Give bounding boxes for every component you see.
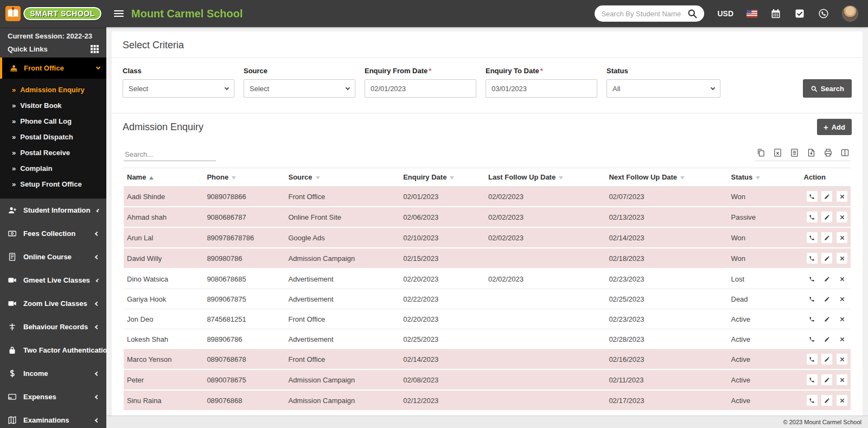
follow-up-phone-button[interactable] (807, 232, 818, 243)
student-search-input[interactable] (601, 10, 687, 18)
user-avatar[interactable] (842, 5, 858, 22)
class-select[interactable]: Select (123, 79, 234, 98)
column-visibility-icon[interactable] (840, 148, 850, 157)
sidebar-item-online-course[interactable]: Online Course (0, 245, 106, 269)
todo-check-icon[interactable] (794, 8, 805, 19)
table-row[interactable]: Ahmad shah 9080686787 Online Front Site … (124, 207, 851, 227)
table-row[interactable]: Dino Watsica 9080678685 Advertisement 02… (124, 269, 851, 289)
search-button[interactable]: Search (803, 79, 852, 98)
follow-up-phone-button[interactable] (807, 374, 818, 385)
menu-toggle-icon[interactable] (114, 9, 124, 18)
follow-up-phone-button[interactable] (807, 334, 818, 344)
delete-button[interactable] (837, 293, 847, 304)
to-date-input[interactable] (486, 79, 597, 98)
follow-up-phone-button[interactable] (807, 354, 818, 365)
follow-up-phone-button[interactable] (807, 253, 818, 264)
follow-up-phone-button[interactable] (807, 273, 818, 284)
source-select[interactable]: Select (244, 79, 355, 98)
sidebar-item-fees-collection[interactable]: Fees Collection (0, 222, 106, 245)
table-row[interactable]: Jon Deo 8745681251 Front Office 02/20/20… (124, 309, 851, 329)
col-next-follow-up[interactable]: Next Follow Up Date (605, 168, 727, 187)
sidebar-item-examinations[interactable]: Examinations (0, 408, 106, 428)
follow-up-phone-button[interactable] (807, 191, 818, 202)
search-icon[interactable] (687, 8, 698, 19)
edit-button[interactable] (821, 273, 832, 284)
sidebar-item-setup-front-office[interactable]: » Setup Front Office (0, 176, 106, 192)
sidebar-item-postal-dispatch[interactable]: » Postal Dispatch (0, 129, 106, 145)
delete-button[interactable] (837, 253, 847, 264)
delete-button[interactable] (837, 395, 847, 406)
edit-button[interactable] (821, 191, 832, 202)
table-row[interactable]: Peter 0890078675 Admission Campaign 02/0… (124, 369, 851, 390)
edit-button[interactable] (821, 314, 832, 324)
col-phone[interactable]: Phone (203, 168, 285, 187)
edit-button[interactable] (821, 374, 832, 385)
sidebar-item-income[interactable]: Income (0, 362, 106, 385)
sidebar-item-admission-enquiry[interactable]: » Admission Enquiry (0, 82, 106, 98)
follow-up-phone-button[interactable] (807, 314, 818, 324)
csv-export-icon[interactable] (790, 148, 799, 157)
quick-links[interactable]: Quick Links (8, 45, 99, 53)
table-row[interactable]: Lokesh Shah 898906786 Advertisement 02/2… (124, 329, 851, 349)
sidebar-item-gmeet-live-classes[interactable]: Gmeet Live Classes (0, 269, 106, 292)
sidebar-item-two-factor-authentication[interactable]: Two Factor Authentication (0, 338, 106, 362)
sidebar-item-expenses[interactable]: Expenses (0, 385, 106, 408)
delete-button[interactable] (837, 334, 847, 344)
table-search-input[interactable] (124, 148, 216, 161)
delete-button[interactable] (837, 374, 847, 385)
sidebar-item-phone-call-log[interactable]: » Phone Call Log (0, 113, 106, 129)
table-row[interactable]: Sinu Raina 089076868 Admission Campaign … (124, 390, 851, 411)
calendar-icon[interactable] (770, 8, 781, 19)
student-search[interactable] (595, 5, 704, 22)
edit-button[interactable] (821, 334, 832, 344)
col-last-follow-up[interactable]: Last Follow Up Date (485, 168, 605, 187)
col-name[interactable]: Name (124, 168, 203, 187)
col-enquiry-date[interactable]: Enquiry Date (400, 168, 485, 187)
follow-up-phone-button[interactable] (807, 395, 818, 406)
delete-button[interactable] (837, 314, 847, 324)
sidebar-item-behaviour-records[interactable]: Behaviour Records (0, 315, 106, 338)
pdf-export-icon[interactable] (807, 148, 816, 157)
add-button[interactable]: + Add (817, 119, 852, 135)
delete-button[interactable] (837, 191, 847, 202)
delete-button[interactable] (837, 212, 847, 222)
delete-button[interactable] (837, 273, 847, 284)
delete-button[interactable] (837, 232, 847, 243)
app-logo[interactable]: SMART SCHOOL (0, 0, 106, 27)
edit-button[interactable] (821, 232, 832, 243)
sidebar-item-complain[interactable]: » Complain (0, 161, 106, 176)
edit-button[interactable] (821, 212, 832, 222)
sidebar-item-visitor-book[interactable]: » Visitor Book (0, 98, 106, 113)
table-row[interactable]: Marco Yenson 0890768678 Front Office 02/… (124, 349, 851, 370)
col-status[interactable]: Status (728, 168, 801, 187)
sidebar-item-student-information[interactable]: Student Information (0, 199, 106, 222)
sidebar-item-front-office[interactable]: Front Office (0, 58, 106, 79)
from-date-input[interactable] (365, 79, 476, 98)
currency-label[interactable]: USD (717, 9, 733, 18)
copy-icon[interactable] (756, 148, 765, 157)
table-row[interactable]: David Willy 890980786 Admission Campaign… (124, 248, 851, 269)
table-row[interactable]: Arun Lal 890978678786 Google Ads 02/10/2… (124, 227, 851, 248)
col-source[interactable]: Source (285, 168, 400, 187)
status-select[interactable]: All (607, 79, 720, 98)
excel-export-icon[interactable] (773, 148, 782, 157)
language-flag-icon[interactable] (746, 8, 757, 19)
video-camera-icon (8, 299, 17, 308)
follow-up-phone-button[interactable] (807, 293, 818, 304)
sidebar-item-zoom-live-classes[interactable]: Zoom Live Classes (0, 292, 106, 315)
edit-button[interactable] (821, 253, 832, 264)
edit-button[interactable] (821, 395, 832, 406)
plus-icon: + (824, 123, 828, 132)
grid-icon[interactable] (91, 45, 99, 53)
sidebar-item-postal-receive[interactable]: » Postal Receive (0, 145, 106, 161)
table-row[interactable]: Gariya Hook 8909067875 Advertisement 02/… (124, 289, 851, 309)
edit-button[interactable] (821, 354, 832, 365)
delete-button[interactable] (837, 354, 847, 365)
whatsapp-icon[interactable] (818, 8, 829, 19)
cell-last-follow-up: 02/02/2023 (485, 187, 605, 207)
table-row[interactable]: Aadi Shinde 9089078866 Front Office 02/0… (124, 187, 851, 207)
follow-up-phone-button[interactable] (807, 212, 818, 222)
edit-button[interactable] (821, 293, 832, 304)
cell-source: Advertisement (285, 329, 400, 349)
print-icon[interactable] (824, 148, 833, 157)
